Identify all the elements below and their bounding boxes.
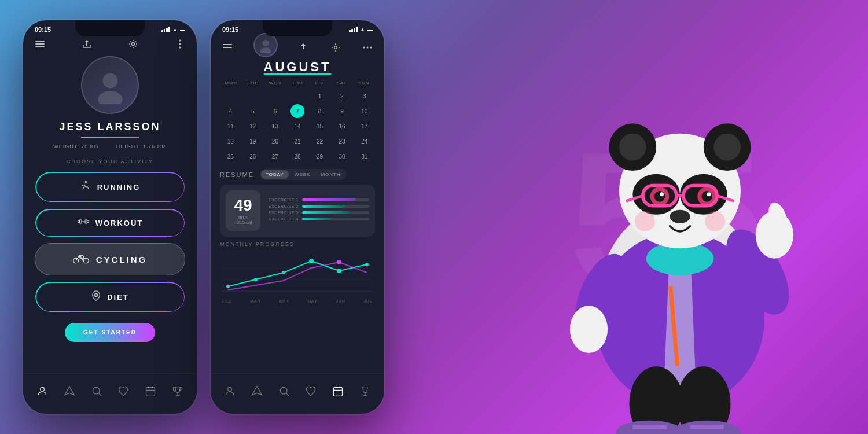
user-stats: WEIGHT: 70 kg HEIGHT: 1.76 cm <box>53 144 167 149</box>
more-icon-1[interactable] <box>174 38 186 50</box>
activity-buttons: RUNNING WORKOUT CYCLING <box>23 171 197 312</box>
cal-cell[interactable] <box>268 89 282 103</box>
duration-unit: min <box>234 215 252 220</box>
avatar-2 <box>253 33 278 57</box>
more-icon-2[interactable] <box>361 41 374 54</box>
running-label: RUNNING <box>97 183 141 192</box>
cal-cell-2[interactable]: 2 <box>335 89 349 103</box>
phone-calendar: 09:15 ▲ ▬ <box>211 20 384 414</box>
time-tabs: TODAY WEEK MONTH <box>260 169 347 180</box>
svg-rect-48 <box>333 387 342 396</box>
month-mar: MAR <box>250 299 261 303</box>
workout-button[interactable]: WORKOUT <box>35 208 185 237</box>
cal-cell-3[interactable]: 3 <box>358 89 372 103</box>
nav2-nav-icon[interactable] <box>248 382 266 400</box>
cal-cell-15[interactable]: 15 <box>313 119 327 133</box>
user-weight: WEIGHT: 70 kg <box>53 144 99 149</box>
cal-cell-20[interactable]: 20 <box>268 134 282 148</box>
status-time-2: 09:15 <box>222 26 238 33</box>
tab-today[interactable]: TODAY <box>261 170 289 179</box>
menu-icon[interactable] <box>34 38 46 50</box>
svg-point-31 <box>363 47 365 49</box>
exercise-bar-fill-1 <box>302 198 356 201</box>
cycling-button[interactable]: CYCLING <box>35 243 185 275</box>
cal-cell-28[interactable]: 28 <box>290 149 304 163</box>
cal-cell-24[interactable]: 24 <box>358 134 372 148</box>
cal-cell-30[interactable]: 30 <box>335 149 349 163</box>
nav2-trophy-icon[interactable] <box>356 382 374 400</box>
svg-point-38 <box>254 278 258 281</box>
settings-icon-2[interactable] <box>329 41 342 54</box>
cal-cell[interactable] <box>290 89 304 103</box>
nav-heart-icon[interactable] <box>114 382 133 400</box>
get-started-button[interactable]: GET STARTED <box>65 323 155 342</box>
cal-cell-13[interactable]: 13 <box>268 119 282 133</box>
nav-search-icon[interactable] <box>87 382 106 400</box>
tab-month[interactable]: MONTH <box>316 170 345 179</box>
svg-point-8 <box>98 91 122 104</box>
cal-cell-7-today[interactable]: 7 <box>290 104 304 118</box>
nav-nav-icon[interactable] <box>60 382 79 400</box>
menu-icon-2[interactable] <box>221 41 234 54</box>
cal-cell-22[interactable]: 22 <box>313 134 327 148</box>
cal-cell-18[interactable]: 18 <box>223 134 237 148</box>
cal-cell-1[interactable]: 1 <box>313 89 327 103</box>
svg-point-39 <box>282 271 285 274</box>
cal-cell-10[interactable]: 10 <box>358 104 372 118</box>
svg-point-41 <box>337 269 341 273</box>
cal-cell-14[interactable]: 14 <box>290 119 304 133</box>
cal-cell-23[interactable]: 23 <box>335 134 349 148</box>
cal-cell-21[interactable]: 21 <box>290 134 304 148</box>
svg-point-82 <box>570 306 608 353</box>
cal-cell-11[interactable]: 11 <box>223 119 237 133</box>
nav-trophy-icon[interactable] <box>168 382 187 400</box>
cal-cell[interactable] <box>246 89 260 103</box>
status-bar-1: 09:15 ▲ ▬ <box>23 20 197 33</box>
cal-cell-16[interactable]: 16 <box>335 119 349 133</box>
workout-icon <box>77 217 90 229</box>
wifi-icon-2: ▲ <box>360 27 365 32</box>
cal-cell-12[interactable]: 12 <box>246 119 260 133</box>
exercise-bar-fill-3 <box>302 211 351 214</box>
share-icon-2[interactable] <box>297 41 310 54</box>
svg-point-20 <box>93 387 100 394</box>
nav2-heart-icon[interactable] <box>301 382 320 400</box>
cal-cell-4[interactable]: 4 <box>223 104 237 118</box>
nav2-calendar-icon[interactable] <box>329 382 347 400</box>
exercise-bar-fill-4 <box>302 218 332 220</box>
cal-cell-27[interactable]: 27 <box>268 149 282 163</box>
nav2-search-icon[interactable] <box>275 382 293 400</box>
share-icon-1[interactable] <box>80 38 93 50</box>
cal-cell-17[interactable]: 17 <box>358 119 372 133</box>
cal-cell-9[interactable]: 9 <box>335 104 349 118</box>
cal-cell-26[interactable]: 26 <box>246 149 260 163</box>
svg-point-61 <box>713 134 741 161</box>
status-time-1: 09:15 <box>35 26 51 33</box>
cal-cell-29[interactable]: 29 <box>313 149 327 163</box>
diet-button[interactable]: DIET <box>35 281 185 312</box>
cal-cell-25[interactable]: 25 <box>223 149 237 163</box>
cal-cell-5[interactable]: 5 <box>246 104 260 118</box>
svg-rect-22 <box>146 387 155 396</box>
svg-point-59 <box>619 134 646 161</box>
running-button[interactable]: RUNNING <box>35 171 185 203</box>
settings-icon-1[interactable] <box>127 38 139 50</box>
cal-cell-19[interactable]: 19 <box>246 134 260 148</box>
cal-cell[interactable] <box>223 89 237 103</box>
workout-label: WORKOUT <box>95 219 144 227</box>
status-icons-2: ▲ ▬ <box>349 27 373 32</box>
nav-profile-icon[interactable] <box>33 382 52 400</box>
tab-week[interactable]: WEEK <box>290 170 315 179</box>
nav-calendar-icon[interactable] <box>141 382 160 400</box>
cal-cell-31[interactable]: 31 <box>358 149 372 163</box>
top-bar-2 <box>211 33 384 57</box>
svg-point-68 <box>660 192 664 196</box>
cal-cell-8[interactable]: 8 <box>313 104 327 118</box>
exercise-name-3: EXCERCISE 3 <box>269 211 299 215</box>
chart-months: FEB MAR APR MAY JUN JUL <box>220 299 375 303</box>
svg-point-28 <box>262 40 269 46</box>
nav2-profile-icon[interactable] <box>220 382 239 400</box>
svg-marker-45 <box>252 386 262 395</box>
cal-cell-6[interactable]: 6 <box>268 104 282 118</box>
exercise-row-2: EXCERCISE 2 <box>269 204 369 208</box>
